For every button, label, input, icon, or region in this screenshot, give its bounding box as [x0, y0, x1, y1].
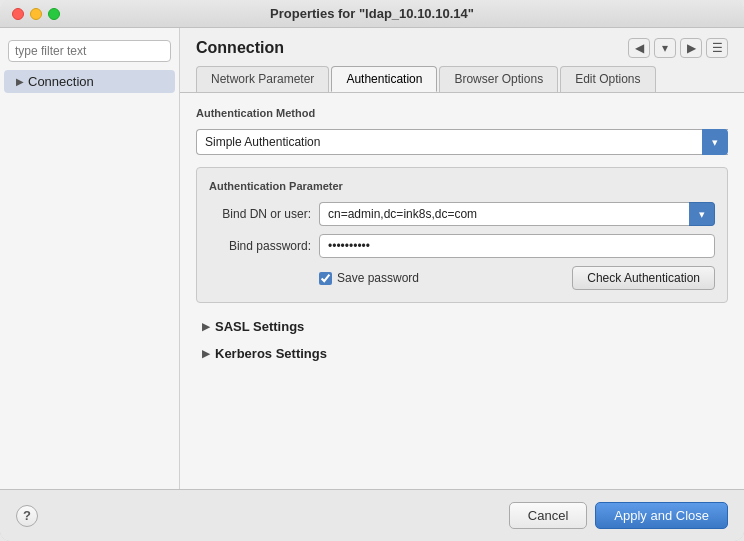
minimize-button[interactable]: [30, 8, 42, 20]
bottom-actions: Cancel Apply and Close: [509, 502, 728, 529]
auth-param-section-label: Authentication Parameter: [209, 180, 715, 192]
cancel-button[interactable]: Cancel: [509, 502, 587, 529]
bind-password-input[interactable]: [319, 234, 715, 258]
page-title: Connection: [196, 39, 284, 57]
save-password-label[interactable]: Save password: [319, 271, 419, 285]
titlebar: Properties for "ldap_10.10.10.14": [0, 0, 744, 28]
main-layout: ▶ Connection Connection ◀ ▾ ▶ ☰ Network …: [0, 28, 744, 489]
bind-dn-label: Bind DN or user:: [209, 207, 319, 221]
filter-wrap: [0, 36, 179, 70]
method-select-wrap: Simple Authentication ▾: [196, 129, 728, 155]
apply-close-button[interactable]: Apply and Close: [595, 502, 728, 529]
auth-method-section-label: Authentication Method: [196, 107, 728, 119]
content-header: Connection ◀ ▾ ▶ ☰: [180, 28, 744, 58]
tab-browser[interactable]: Browser Options: [439, 66, 558, 92]
kerberos-header[interactable]: ▶ Kerberos Settings: [196, 342, 728, 365]
sasl-header[interactable]: ▶ SASL Settings: [196, 315, 728, 338]
tab-edit-label: Edit Options: [575, 72, 640, 86]
sidebar-item-connection[interactable]: ▶ Connection: [4, 70, 175, 93]
nav-back-button[interactable]: ◀: [628, 38, 650, 58]
nav-dropdown-button[interactable]: ▾: [654, 38, 676, 58]
bind-dn-dropdown-icon[interactable]: ▾: [689, 202, 715, 226]
sidebar-item-connection-label: Connection: [28, 74, 94, 89]
filter-input[interactable]: [8, 40, 171, 62]
bind-password-label: Bind password:: [209, 239, 319, 253]
connection-arrow-icon: ▶: [16, 76, 24, 87]
tab-edit[interactable]: Edit Options: [560, 66, 655, 92]
bind-password-row: Bind password:: [209, 234, 715, 258]
window-controls: [12, 8, 60, 20]
sidebar: ▶ Connection: [0, 28, 180, 489]
bind-dn-input-wrap: ▾: [319, 202, 715, 226]
window-title: Properties for "ldap_10.10.10.14": [270, 6, 474, 21]
sasl-label: SASL Settings: [215, 319, 304, 334]
kerberos-label: Kerberos Settings: [215, 346, 327, 361]
save-password-text: Save password: [337, 271, 419, 285]
tab-authentication[interactable]: Authentication: [331, 66, 437, 92]
tab-browser-label: Browser Options: [454, 72, 543, 86]
bottom-options-row: Save password Check Authentication: [209, 266, 715, 290]
sasl-arrow-icon: ▶: [202, 321, 210, 332]
tab-network-label: Network Parameter: [211, 72, 314, 86]
tab-authentication-label: Authentication: [346, 72, 422, 86]
content-area: Connection ◀ ▾ ▶ ☰ Network Parameter Aut…: [180, 28, 744, 489]
check-authentication-button[interactable]: Check Authentication: [572, 266, 715, 290]
help-button[interactable]: ?: [16, 505, 38, 527]
close-button[interactable]: [12, 8, 24, 20]
kerberos-arrow-icon: ▶: [202, 348, 210, 359]
maximize-button[interactable]: [48, 8, 60, 20]
header-actions: ◀ ▾ ▶ ☰: [628, 38, 728, 58]
bottom-bar: ? Cancel Apply and Close: [0, 489, 744, 541]
tab-content-authentication: Authentication Method Simple Authenticat…: [180, 93, 744, 489]
nav-forward-button[interactable]: ▶: [680, 38, 702, 58]
auth-method-select[interactable]: Simple Authentication: [196, 129, 728, 155]
auth-method-section: Authentication Method Simple Authenticat…: [196, 107, 728, 155]
tabs-bar: Network Parameter Authentication Browser…: [180, 58, 744, 93]
bind-dn-input[interactable]: [319, 202, 689, 226]
save-password-checkbox[interactable]: [319, 272, 332, 285]
nav-menu-button[interactable]: ☰: [706, 38, 728, 58]
bind-dn-row: Bind DN or user: ▾: [209, 202, 715, 226]
kerberos-section: ▶ Kerberos Settings: [196, 342, 728, 365]
tab-network[interactable]: Network Parameter: [196, 66, 329, 92]
auth-param-section: Authentication Parameter Bind DN or user…: [196, 167, 728, 303]
sasl-section: ▶ SASL Settings: [196, 315, 728, 338]
